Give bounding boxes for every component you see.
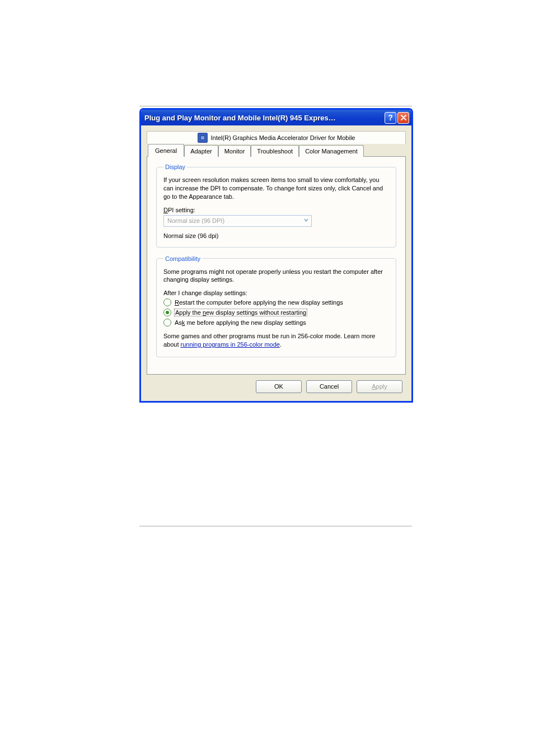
window-title: Plug and Play Monitor and Mobile Intel(R… xyxy=(144,114,383,122)
properties-dialog: Plug and Play Monitor and Mobile Intel(R… xyxy=(139,108,413,403)
radio-ask[interactable]: Ask me before applying the new display s… xyxy=(163,319,389,326)
client-area: Intel(R) Graphics Media Accelerator Driv… xyxy=(141,125,411,401)
help-button[interactable]: ? xyxy=(385,112,396,124)
compat-note: Some games and other programs must be ru… xyxy=(163,332,389,349)
page-top-separator xyxy=(139,106,412,106)
page-bottom-separator xyxy=(139,526,412,526)
close-icon xyxy=(401,113,406,122)
tab-panel-general: Display If your screen resolution makes … xyxy=(147,156,406,375)
radio-restart-label: Restart the computer before applying the… xyxy=(175,299,343,306)
link-256-color-mode[interactable]: running programs in 256-color mode xyxy=(181,341,280,348)
radio-apply-label: Apply the new display settings without r… xyxy=(175,309,307,316)
radio-restart[interactable]: Restart the computer before applying the… xyxy=(163,298,389,306)
dpi-readout: Normal size (96 dpi) xyxy=(163,232,389,239)
radio-icon xyxy=(163,319,171,326)
chevron-down-icon xyxy=(301,217,311,224)
tabstrip: General Adapter Monitor Troubleshoot Col… xyxy=(147,143,406,156)
display-group: Display If your screen resolution makes … xyxy=(156,164,396,248)
svg-rect-1 xyxy=(201,136,204,139)
tab-general[interactable]: General xyxy=(148,144,184,157)
dpi-combo-value: Normal size (96 DPI) xyxy=(167,217,224,224)
upper-tab-intel-driver[interactable]: Intel(R) Graphics Media Accelerator Driv… xyxy=(147,131,406,144)
cancel-button[interactable]: Cancel xyxy=(306,380,352,393)
tab-troubleshoot[interactable]: Troubleshoot xyxy=(251,145,299,157)
dialog-button-row: OK Cancel Apply xyxy=(147,375,406,395)
titlebar[interactable]: Plug and Play Monitor and Mobile Intel(R… xyxy=(141,110,411,125)
display-intro: If your screen resolution makes screen i… xyxy=(163,176,389,201)
close-button[interactable] xyxy=(397,112,409,124)
radio-apply-without-restart[interactable]: Apply the new display settings without r… xyxy=(163,309,389,316)
intel-driver-icon xyxy=(198,133,208,143)
tab-monitor[interactable]: Monitor xyxy=(218,145,251,157)
upper-tab-label: Intel(R) Graphics Media Accelerator Driv… xyxy=(211,134,355,141)
dpi-setting-combo[interactable]: Normal size (96 DPI) xyxy=(163,215,312,227)
tab-adapter[interactable]: Adapter xyxy=(184,145,218,157)
radio-icon xyxy=(163,298,171,306)
compatibility-legend: Compatibility xyxy=(163,255,202,262)
apply-button[interactable]: Apply xyxy=(357,380,402,393)
radio-icon xyxy=(163,309,171,316)
help-icon: ? xyxy=(388,113,393,122)
dpi-setting-label: DPI setting: xyxy=(163,207,389,213)
tab-color-management[interactable]: Color Management xyxy=(299,145,364,157)
radio-ask-label: Ask me before applying the new display s… xyxy=(175,319,306,326)
ok-button[interactable]: OK xyxy=(256,380,302,393)
compatibility-group: Compatibility Some programs might not op… xyxy=(156,255,396,357)
display-legend: Display xyxy=(163,164,187,170)
after-change-label: After I change display settings: xyxy=(163,290,389,296)
compat-intro: Some programs might not operate properly… xyxy=(163,268,389,284)
